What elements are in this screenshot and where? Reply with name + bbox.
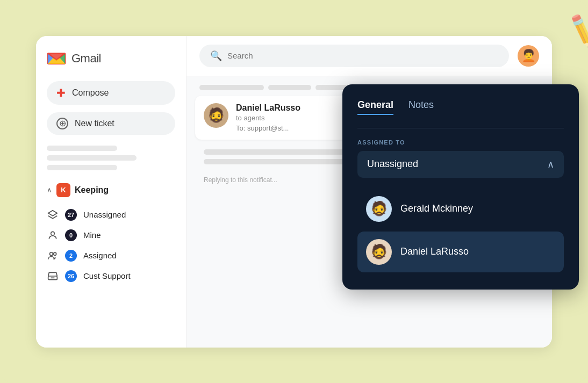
gmail-text-label: Gmail [71,52,101,66]
person-icon [47,229,59,241]
gerald-name: Gerald Mckinney [400,203,473,214]
unassigned-badge: 27 [65,209,77,221]
assigned-to-label: ASSIGNED TO [357,139,564,146]
agent-option-daniel[interactable]: 🧔 Daniel LaRusso [357,232,564,272]
tab-notes[interactable]: Notes [408,99,434,115]
svg-point-3 [50,252,53,255]
sidebar-item-unassigned[interactable]: 27 Unassigned [47,205,175,225]
svg-marker-1 [48,210,58,215]
placeholder-bar-1 [47,146,117,151]
svg-point-2 [51,232,55,235]
gerald-avatar: 🧔 [366,196,392,222]
cust-support-label: Cust Support [83,271,131,280]
sidebar-item-mine[interactable]: 0 Mine [47,225,175,245]
assigned-dropdown[interactable]: Unassigned ∧ [357,151,564,178]
cust-support-badge: 26 [65,270,77,282]
placeholder-bar-2 [47,155,137,161]
panel-tabs: General Notes [357,99,564,115]
people-icon [47,250,59,262]
keeping-label: Keeping [75,185,109,195]
search-bar[interactable]: 🔍 [199,45,509,67]
main-card: Gmail ✚ Compose ⊕ New ticket ∧ K Keeping [36,36,552,348]
layers-icon [47,209,59,221]
placeholder-bar-3 [47,165,117,170]
daniel-avatar: 🧔 [366,239,392,265]
outer-frame: Gmail ✚ Compose ⊕ New ticket ∧ K Keeping [0,0,588,383]
keeping-logo-icon: K [56,183,70,197]
keeping-header: ∧ K Keeping [47,183,175,197]
assigned-value: Unassigned [367,158,418,170]
unassigned-label: Unassigned [83,210,126,219]
new-ticket-icon: ⊕ [56,118,68,129]
agent-option-gerald[interactable]: 🧔 Gerald Mckinney [357,189,564,229]
compose-label: Compose [72,88,109,98]
assigned-label: Assigned [83,251,117,260]
topbar: 🔍 🧑‍🦱 [187,36,552,76]
daniel-name: Daniel LaRusso [400,246,469,257]
decorative-squiggle: ✏️ [562,11,588,50]
compose-icon: ✚ [56,86,66,99]
chevron-up-icon: ∧ [547,158,554,170]
inbox-icon [47,270,59,282]
user-avatar: 🧑‍🦱 [518,45,539,67]
assigned-badge: 2 [65,250,77,262]
keeping-section: ∧ K Keeping 27 Unassigned [47,183,175,286]
dark-panel: General Notes ASSIGNED TO Unassigned ∧ 🧔… [342,84,579,290]
ep-bar-2 [268,85,311,90]
ep-bar-1 [199,85,264,90]
search-icon: 🔍 [210,50,222,62]
keeping-chevron-icon: ∧ [47,186,52,194]
new-ticket-label: New ticket [75,119,114,128]
sidebar: Gmail ✚ Compose ⊕ New ticket ∧ K Keeping [36,36,187,348]
panel-divider [357,128,564,128]
search-input[interactable] [227,51,498,60]
sidebar-item-cust-support[interactable]: 26 Cust Support [47,266,175,286]
tab-general[interactable]: General [357,99,393,115]
gmail-logo: Gmail [47,51,175,66]
compose-button[interactable]: ✚ Compose [47,81,175,105]
email-sender-avatar: 🧔 [204,103,228,128]
new-ticket-button[interactable]: ⊕ New ticket [47,112,175,135]
placeholder-bars [47,146,175,170]
sidebar-item-assigned[interactable]: 2 Assigned [47,245,175,266]
svg-point-4 [54,252,56,255]
gmail-m-icon [47,51,66,66]
mine-label: Mine [83,230,101,240]
mine-badge: 0 [65,229,77,241]
